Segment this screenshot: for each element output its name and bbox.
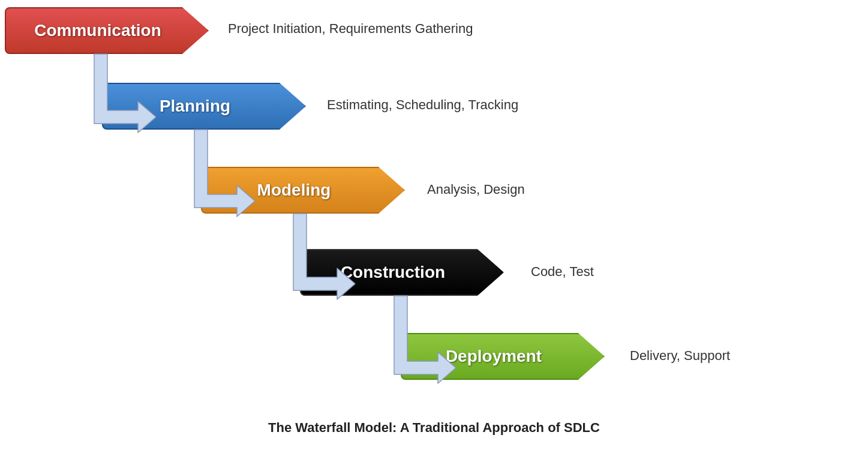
phase-btn-communication: Communication xyxy=(5,7,209,54)
phase-desc-planning: Estimating, Scheduling, Tracking xyxy=(327,97,518,113)
diagram-container: CommunicationProject Initiation, Require… xyxy=(0,0,868,471)
svg-marker-3 xyxy=(394,296,456,383)
phase-label-communication: Communication xyxy=(34,21,179,40)
diagram-caption: The Waterfall Model: A Traditional Appro… xyxy=(0,420,868,436)
phase-desc-deployment: Delivery, Support xyxy=(630,348,730,364)
l-arrow-2 xyxy=(187,128,272,218)
svg-marker-2 xyxy=(293,214,355,299)
phase-desc-communication: Project Initiation, Requirements Gatheri… xyxy=(228,21,473,37)
l-arrow-1 xyxy=(86,53,173,134)
l-arrow-3 xyxy=(286,212,372,301)
phase-label-planning: Planning xyxy=(160,97,248,116)
phase-desc-construction: Code, Test xyxy=(531,264,594,280)
svg-marker-1 xyxy=(194,130,255,217)
svg-marker-0 xyxy=(94,54,156,133)
phase-desc-modeling: Analysis, Design xyxy=(427,182,525,197)
l-arrow-4 xyxy=(386,295,473,385)
